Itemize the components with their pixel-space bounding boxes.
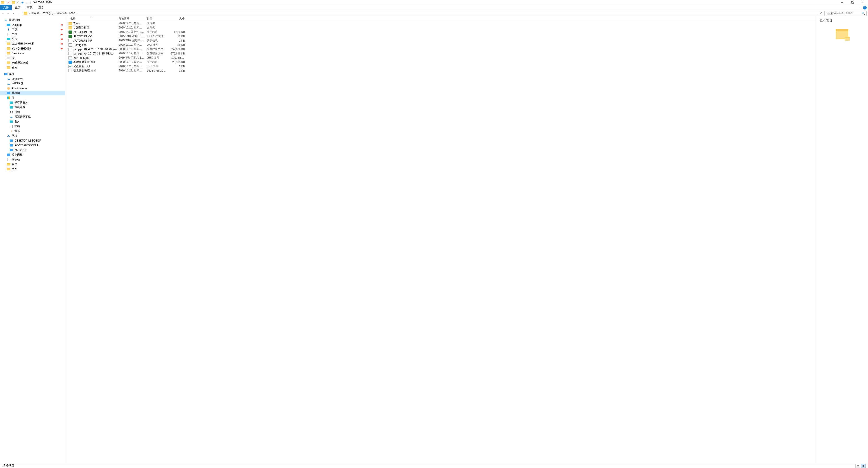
file-date: 2016/10/23, 星期日 0...: [117, 64, 146, 68]
tree-win7-reinstall[interactable]: win7重装win7: [0, 60, 65, 65]
folder-icon: [836, 29, 848, 39]
address-dropdown-icon[interactable]: ⌵: [818, 12, 819, 14]
tree-software[interactable]: 软件: [0, 162, 65, 167]
view-details-button[interactable]: ☰: [855, 464, 860, 468]
tree-downloads[interactable]: ⬇下载📌: [0, 27, 65, 32]
tree-label: ZMT2019: [14, 149, 26, 152]
tree-wps[interactable]: ☁WPS网盘: [0, 81, 65, 86]
file-row[interactable]: 硬盘安装教程.html2016/11/21, 星期一 2...360 se HT…: [65, 68, 815, 73]
file-row[interactable]: AUTORUN.INF2015/5/10, 星期日 02...安装信息1 KB: [65, 38, 815, 43]
tree-libraries[interactable]: 库: [0, 95, 65, 100]
file-list[interactable]: 名称▲ 修改日期 类型 大小 Tools2020/12/25, 星期五 1...…: [65, 16, 815, 463]
file-row[interactable]: pe_yqs_xp_20_07_31_15_53.iso2020/10/12, …: [65, 51, 815, 56]
minimize-button[interactable]: [837, 0, 847, 5]
tree-pc3[interactable]: ZMT2019: [0, 148, 65, 152]
file-name: AUTORUN.INF: [73, 39, 92, 42]
file-row[interactable]: 光盘说明.TXT2016/10/23, 星期日 0...TXT 文件5 KB: [65, 64, 815, 68]
search-icon[interactable]: 🔍: [862, 12, 865, 15]
chevron-right-icon[interactable]: ›: [28, 12, 30, 15]
breadcrumb[interactable]: › 此电脑 › 文档 (E:) › Win7x64_2020 › ⌵ ⟳: [23, 11, 825, 16]
tree-control-panel[interactable]: 控制面板: [0, 152, 65, 157]
tree-lib-pictures[interactable]: 图片: [0, 119, 65, 124]
chevron-right-icon[interactable]: ›: [40, 12, 42, 15]
tree-label: 图片: [14, 120, 20, 123]
tree-yunqishi[interactable]: YUNQISHI2019📌: [0, 46, 65, 51]
globe-icon[interactable]: ◉: [21, 1, 24, 4]
file-icon: [68, 56, 72, 59]
file-row[interactable]: pe_yqs_1064_20_07_31_16_04.iso2020/10/12…: [65, 47, 815, 51]
breadcrumb-item[interactable]: 此电脑: [30, 11, 40, 15]
close-button[interactable]: [858, 0, 868, 5]
ribbon-tab-view[interactable]: 查看: [35, 5, 47, 10]
tree-videos[interactable]: 🎞视频: [0, 110, 65, 115]
tree-documents[interactable]: 文档📌: [0, 32, 65, 37]
maximize-button[interactable]: [847, 0, 858, 5]
qat-separator: |: [5, 1, 6, 4]
search-input[interactable]: [828, 12, 862, 15]
tree-gdrive[interactable]: G:\: [0, 56, 65, 60]
refresh-icon[interactable]: ⟳: [820, 12, 823, 15]
ribbon-tab-home[interactable]: 主页: [12, 5, 24, 10]
breadcrumb-item[interactable]: 文档 (E:): [42, 11, 54, 15]
file-type: 文件夹: [146, 26, 169, 30]
nav-back-button[interactable]: ←: [0, 11, 5, 16]
tree-pictures2[interactable]: 图片: [0, 65, 65, 70]
tree-pc2[interactable]: PC-20190530OBLA: [0, 143, 65, 148]
tree-camera-roll[interactable]: 本机照片: [0, 105, 65, 110]
chevron-right-icon[interactable]: ›: [54, 12, 56, 15]
search-box[interactable]: 🔍: [826, 11, 867, 16]
tree-desktop[interactable]: Desktop📌: [0, 22, 65, 27]
tree-tianyi[interactable]: ☁天翼云盘下载: [0, 115, 65, 119]
column-name[interactable]: 名称▲: [65, 16, 117, 21]
close-icon[interactable]: ✕: [16, 1, 20, 4]
tree-bandicam[interactable]: Bandicam: [0, 51, 65, 56]
file-row[interactable]: 本地硬盘安装.exe2020/10/12, 星期一 1...应用程序28,315…: [65, 60, 815, 64]
chevron-right-icon[interactable]: ›: [76, 12, 78, 15]
tree-files[interactable]: 文件: [0, 167, 65, 171]
column-date[interactable]: 修改日期: [117, 16, 146, 21]
file-size: 1 KB: [169, 39, 186, 42]
tree-lib-music[interactable]: ♪音乐: [0, 129, 65, 133]
tree-recycle-bin[interactable]: 回收站: [0, 157, 65, 162]
file-row[interactable]: AUTORUN.EXE2016/1/8, 星期五 04:...应用程序1,926…: [65, 30, 815, 34]
ribbon-tab-file[interactable]: 文件: [0, 5, 12, 10]
view-icons-button[interactable]: ▦: [861, 464, 866, 468]
column-size[interactable]: 大小: [169, 16, 186, 21]
ribbon-expand-icon[interactable]: ⌵: [860, 6, 862, 9]
ribbon-tab-share[interactable]: 共享: [24, 5, 35, 10]
tree-pictures[interactable]: 图片📌: [0, 37, 65, 41]
tree-saved-pictures[interactable]: 保存的图片: [0, 100, 65, 105]
tree-label: 视频: [14, 110, 20, 114]
tree-excel-folder[interactable]: excel表格制作求和📌: [0, 41, 65, 46]
file-row[interactable]: Win7x64.gho2019/9/7, 星期六 19:...GHO 文件2,9…: [65, 56, 815, 60]
tree-desktop-root[interactable]: 桌面: [0, 72, 65, 76]
file-row[interactable]: Config.dat2020/10/12, 星期一 1...DAT 文件36 K…: [65, 43, 815, 47]
tree-pc1[interactable]: DESKTOP-LSSOEDP: [0, 138, 65, 143]
breadcrumb-item[interactable]: Win7x64_2020: [56, 11, 76, 15]
tree-network[interactable]: 🖧网络: [0, 133, 65, 138]
recycle-bin-icon: [7, 158, 10, 161]
nav-forward-button[interactable]: →: [5, 11, 11, 16]
file-name: Config.dat: [73, 43, 86, 46]
tree-label: DESKTOP-LSSOEDP: [14, 139, 41, 142]
tree-label: PC-20190530OBLA: [14, 144, 38, 147]
navigation-tree[interactable]: ★快速访问 Desktop📌 ⬇下载📌 文档📌 图片📌 excel表格制作求和📌…: [0, 16, 65, 463]
nav-up-button[interactable]: ↑: [16, 11, 22, 16]
nav-recent-dropdown[interactable]: ▾: [11, 11, 16, 16]
tree-quick-access[interactable]: ★快速访问: [0, 18, 65, 22]
tree-lib-documents[interactable]: 文档: [0, 124, 65, 129]
column-type[interactable]: 类型: [146, 16, 169, 21]
tree-this-pc[interactable]: 此电脑: [0, 91, 65, 95]
folder-icon[interactable]: [11, 1, 15, 4]
window-title: Win7x64_2020: [33, 1, 52, 4]
tree-label: YUNQISHI2019: [12, 47, 31, 50]
tree-onedrive[interactable]: ☁OneDrive: [0, 76, 65, 81]
file-row[interactable]: AUTORUN.ICO2015/5/10, 星期日 02...ICO 图片文件1…: [65, 34, 815, 38]
help-icon[interactable]: ?: [863, 6, 867, 9]
column-headers: 名称▲ 修改日期 类型 大小: [65, 16, 815, 21]
file-row[interactable]: U盘安装教程2020/12/25, 星期五 1...文件夹: [65, 26, 815, 30]
dropdown-icon[interactable]: ▾: [25, 1, 29, 4]
check-icon[interactable]: ✔: [7, 1, 11, 4]
tree-admin[interactable]: Administrator: [0, 86, 65, 91]
file-row[interactable]: Tools2020/12/25, 星期五 1...文件夹: [65, 21, 815, 26]
